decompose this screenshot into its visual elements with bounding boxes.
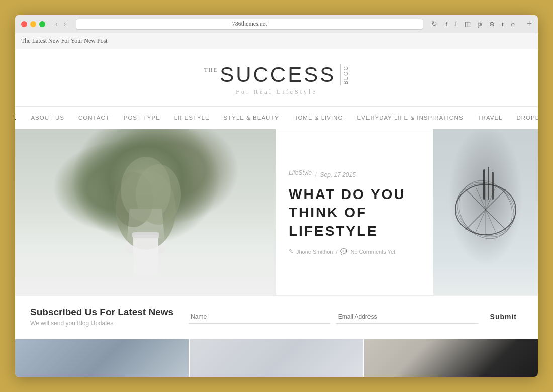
pinterest-icon[interactable]: 𝕡 — [478, 20, 482, 28]
logo-container: THE SUCCESS BLOG — [25, 64, 528, 85]
nav-item-style-beauty[interactable]: STYLE & BEAUTY — [224, 115, 280, 121]
logo-blog: BLOG — [343, 65, 349, 85]
nav-item-everyday-life[interactable]: EVERYDAY LIFE & INSPIRATIONS — [357, 115, 463, 121]
website-content: THE SUCCESS BLOG For Real LifeStyle HOME… — [15, 49, 538, 377]
meta-separator: / — [336, 249, 337, 255]
hero-meta-row: LifeStyle / Sep, 17 2015 — [289, 169, 356, 180]
browser-window: ‹ › 786themes.net ↻ f 𝕥 ◫ 𝕡 ⊕ t ⌕ + The … — [15, 15, 538, 377]
thumbnail-3[interactable] — [364, 339, 538, 377]
new-tab-button[interactable]: + — [519, 19, 532, 29]
nav-item-dropdown[interactable]: DROPDOWN — [516, 115, 538, 121]
svg-rect-16 — [488, 167, 489, 200]
author-icon: ✎ — [289, 248, 293, 255]
svg-rect-4 — [133, 235, 158, 275]
thumbnail-2[interactable] — [190, 339, 363, 377]
newsletter-email-input[interactable] — [336, 310, 478, 324]
hero-title: WHAT DO YOU THINK OF LIFESTYLE — [289, 185, 421, 240]
basket-image — [433, 129, 538, 295]
forward-arrow[interactable]: › — [62, 19, 68, 29]
hero-author: Jhone Smithon — [296, 249, 333, 255]
hero-left-image — [15, 129, 276, 295]
nav-item-lifestyle[interactable]: LIFESTYLE — [174, 115, 210, 121]
nav-item-post-type[interactable]: POST TYPE — [124, 115, 160, 121]
logo-success: SUCCESS — [220, 64, 341, 85]
instagram-icon[interactable]: ◫ — [465, 20, 471, 28]
close-button[interactable] — [21, 21, 27, 27]
hero-right-image — [433, 129, 538, 295]
thumbnails-row — [15, 338, 538, 377]
hero-separator: / — [315, 170, 317, 179]
hero-section: LifeStyle / Sep, 17 2015 WHAT DO YOU THI… — [15, 129, 538, 295]
hero-date: Sep, 17 2015 — [320, 171, 355, 178]
plant-svg — [15, 129, 276, 295]
reload-icon[interactable]: ↻ — [431, 20, 437, 28]
newsletter-text: Subscribed Us For Latest News We will se… — [30, 307, 173, 327]
newsletter-title: Subscribed Us For Latest News — [30, 307, 173, 318]
facebook-icon[interactable]: f — [445, 20, 447, 28]
minimize-button[interactable] — [30, 21, 36, 27]
plant-image — [15, 129, 276, 295]
logo-tagline: For Real LifeStyle — [25, 88, 528, 96]
browser-titlebar: ‹ › 786themes.net ↻ f 𝕥 ◫ 𝕡 ⊕ t ⌕ + — [15, 15, 538, 33]
svg-rect-15 — [483, 169, 485, 200]
url-text: 786themes.net — [232, 20, 267, 28]
basket-svg — [433, 129, 538, 295]
nav-item-home-living[interactable]: HOME & LIVING — [293, 115, 343, 121]
tumblr-icon[interactable]: t — [502, 20, 504, 28]
svg-rect-17 — [492, 172, 494, 200]
maximize-button[interactable] — [39, 21, 45, 27]
back-arrow[interactable]: ‹ — [53, 19, 60, 29]
browser-social-actions: f 𝕥 ◫ 𝕡 ⊕ t ⌕ — [445, 20, 515, 28]
newsletter-name-input[interactable] — [189, 310, 330, 324]
hero-center-content: LifeStyle / Sep, 17 2015 WHAT DO YOU THI… — [276, 129, 433, 295]
nav-item-travel[interactable]: TRAVEL — [478, 115, 503, 121]
circles-icon[interactable]: ⊕ — [489, 20, 495, 28]
nav-item-contact[interactable]: CONTACT — [78, 115, 110, 121]
thumbnail-1[interactable] — [15, 339, 189, 377]
newsletter-form: Submit — [189, 310, 523, 324]
site-header: THE SUCCESS BLOG For Real LifeStyle — [15, 49, 538, 107]
twitter-icon[interactable]: 𝕥 — [454, 20, 457, 28]
newsletter-subtitle: We will send you Blog Updates — [30, 320, 173, 327]
nav-item-home[interactable]: HOME — [15, 115, 17, 121]
browser-toolbar: The Latest New For Your New Post — [15, 33, 538, 49]
address-bar[interactable]: 786themes.net — [76, 19, 423, 30]
logo-the: THE — [204, 67, 218, 73]
site-navigation: HOME ABOUT US CONTACT POST TYPE LIFESTYL… — [15, 107, 538, 129]
hero-category: LifeStyle — [289, 169, 312, 176]
hero-author-meta: ✎ Jhone Smithon / 💬 No Comments Yet — [289, 248, 395, 255]
traffic-lights — [21, 21, 45, 27]
newsletter-section: Subscribed Us For Latest News We will se… — [15, 295, 538, 338]
newsletter-submit-button[interactable]: Submit — [484, 310, 523, 324]
svg-point-3 — [121, 157, 171, 222]
toolbar-nav-text: The Latest New For Your New Post — [21, 37, 108, 45]
search-icon[interactable]: ⌕ — [511, 20, 515, 28]
svg-rect-5 — [132, 232, 159, 238]
hero-comments: No Comments Yet — [350, 249, 395, 255]
nav-item-about-us[interactable]: ABOUT US — [31, 115, 64, 121]
comment-icon: 💬 — [340, 248, 347, 255]
browser-navigation: ‹ › — [53, 19, 68, 29]
